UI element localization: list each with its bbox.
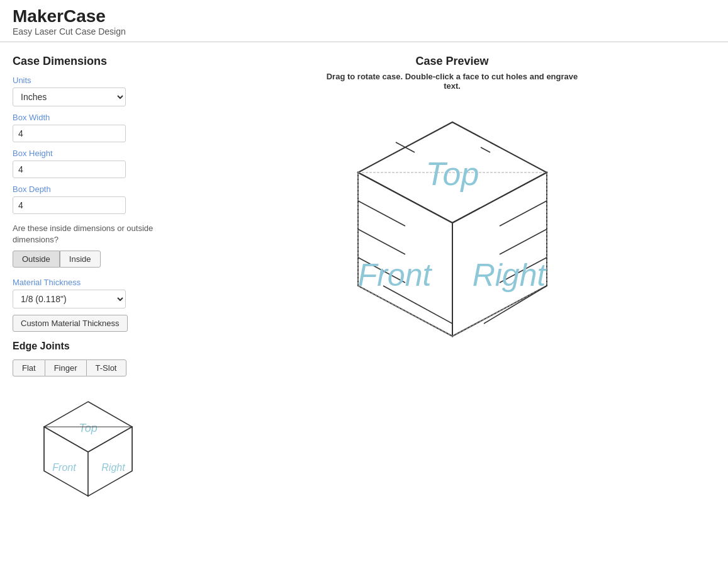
- svg-text:Right: Right: [101, 462, 125, 473]
- outside-button[interactable]: Outside: [13, 251, 60, 268]
- large-box-preview[interactable]: Top Front Right: [320, 103, 585, 374]
- box-width-input[interactable]: [13, 125, 126, 142]
- edge-joints-section: Edge Joints Flat Finger T-Slot: [13, 341, 176, 376]
- units-select[interactable]: Inches Millimeters: [13, 88, 126, 106]
- material-thickness-select[interactable]: 1/8 (0.118") 1/4 (0.25") 3/16 (0.1875") …: [13, 290, 126, 308]
- edge-joints-toggle: Flat Finger T-Slot: [13, 359, 176, 376]
- svg-text:Right: Right: [472, 257, 547, 293]
- box-depth-label: Box Depth: [13, 184, 176, 194]
- preview-instruction: Drag to rotate case. Double-click a face…: [320, 72, 585, 91]
- custom-material-thickness-button[interactable]: Custom Material Thickness: [13, 315, 128, 332]
- box-height-input[interactable]: [13, 161, 126, 178]
- left-panel: Case Dimensions Units Inches Millimeters…: [13, 55, 189, 515]
- svg-text:Front: Front: [52, 462, 76, 473]
- box-height-label: Box Height: [13, 149, 176, 158]
- inside-button[interactable]: Inside: [60, 251, 101, 268]
- box-width-label: Box Width: [13, 113, 176, 122]
- flat-button[interactable]: Flat: [13, 359, 45, 376]
- dimensions-question: Are these inside dimensions or outside d…: [13, 223, 176, 246]
- case-dimensions-title: Case Dimensions: [13, 55, 176, 68]
- edge-joints-title: Edge Joints: [13, 341, 176, 352]
- svg-text:Top: Top: [425, 155, 479, 192]
- preview-title: Case Preview: [415, 55, 488, 68]
- material-thickness-label: Material Thickness: [13, 278, 176, 287]
- tslot-button[interactable]: T-Slot: [86, 359, 126, 376]
- finger-button[interactable]: Finger: [45, 359, 86, 376]
- app-subtitle: Easy Laser Cut Case Design: [13, 26, 715, 37]
- right-panel: Case Preview Drag to rotate case. Double…: [189, 55, 715, 515]
- units-label: Units: [13, 76, 176, 85]
- svg-text:Top: Top: [79, 422, 97, 434]
- app-header: MakerCase Easy Laser Cut Case Design: [0, 0, 728, 42]
- small-box-preview: Top Front Right: [25, 389, 151, 515]
- dimensions-toggle: Outside Inside: [13, 251, 176, 268]
- app-title: MakerCase: [13, 6, 715, 26]
- box-depth-input[interactable]: [13, 196, 126, 214]
- svg-line-17: [396, 142, 405, 147]
- svg-text:Front: Front: [357, 257, 432, 293]
- main-content: Case Dimensions Units Inches Millimeters…: [0, 42, 728, 528]
